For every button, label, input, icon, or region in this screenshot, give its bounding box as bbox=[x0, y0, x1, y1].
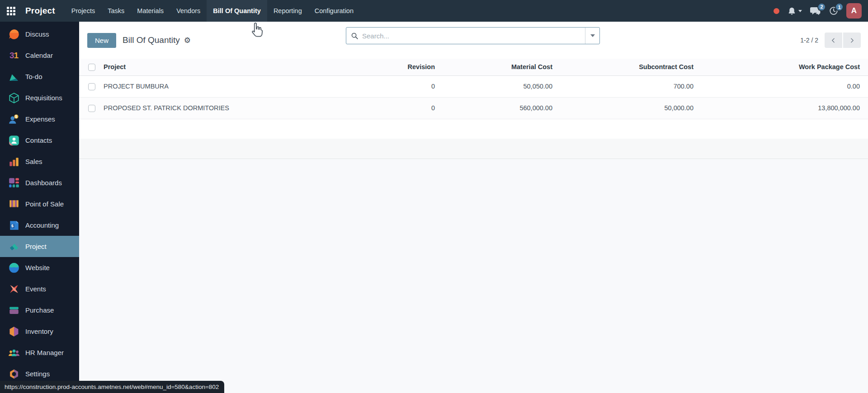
chevron-right-icon bbox=[849, 37, 855, 43]
purchase-icon bbox=[8, 304, 20, 316]
expenses-icon: $ bbox=[8, 113, 20, 125]
sidebar-item-label: Calendar bbox=[25, 51, 53, 59]
sidebar-item-inventory[interactable]: Inventory bbox=[0, 321, 79, 342]
activities-button[interactable]: 1 bbox=[829, 6, 839, 16]
sidebar-item-label: Accounting bbox=[25, 221, 59, 229]
sidebar-item-dashboards[interactable]: Dashboards bbox=[0, 172, 79, 193]
records-table: Project Revision Material Cost Subcontra… bbox=[79, 59, 868, 119]
messages-badge: 2 bbox=[817, 3, 826, 11]
notifications-bell-button[interactable] bbox=[787, 6, 802, 16]
pager-previous-button[interactable] bbox=[825, 33, 842, 48]
column-header-revision[interactable]: Revision bbox=[339, 59, 443, 75]
menu-item-configuration[interactable]: Configuration bbox=[308, 0, 360, 22]
discuss-icon bbox=[8, 28, 20, 40]
hr-manager-icon bbox=[8, 346, 20, 359]
cell-revision: 0 bbox=[339, 97, 443, 119]
table-row[interactable]: PROJECT BUMBURA 0 50,050.00 700.00 0.00 bbox=[79, 75, 868, 97]
sidebar-item-calendar[interactable]: 31 Calendar bbox=[0, 45, 79, 66]
row-checkbox[interactable] bbox=[88, 105, 95, 112]
search-icon bbox=[351, 32, 359, 40]
menu-item-vendors[interactable]: Vendors bbox=[170, 0, 207, 22]
sidebar-item-label: Events bbox=[25, 285, 46, 293]
recording-dot-icon bbox=[774, 8, 779, 14]
activities-badge: 1 bbox=[835, 3, 844, 11]
search-bar bbox=[346, 27, 600, 44]
top-menu: Projects Tasks Materials Vendors Bill Of… bbox=[65, 0, 360, 22]
search-input[interactable] bbox=[362, 32, 585, 40]
pager: 1-2 / 2 bbox=[800, 33, 861, 48]
sidebar-item-label: Requisitions bbox=[25, 94, 62, 102]
sidebar-item-label: Contacts bbox=[25, 136, 52, 144]
search-dropdown-toggle[interactable] bbox=[585, 28, 599, 44]
content-background bbox=[79, 159, 868, 393]
sidebar-item-project[interactable]: Project bbox=[0, 236, 79, 257]
sidebar-item-label: Project bbox=[25, 243, 47, 250]
sales-icon bbox=[8, 155, 20, 168]
select-all-checkbox[interactable] bbox=[88, 64, 95, 71]
sidebar-item-todo[interactable]: To-do bbox=[0, 66, 79, 87]
table-empty-space bbox=[79, 119, 868, 139]
cell-subcontract-cost: 700.00 bbox=[561, 75, 702, 97]
menu-item-bill-of-quantity[interactable]: Bill Of Quantity bbox=[207, 0, 267, 22]
bell-caret-icon bbox=[798, 10, 802, 12]
website-icon bbox=[8, 262, 20, 274]
events-icon bbox=[8, 283, 20, 295]
column-header-material-cost[interactable]: Material Cost bbox=[443, 59, 561, 75]
sidebar-item-purchase[interactable]: Purchase bbox=[0, 299, 79, 321]
column-header-subcontract-cost[interactable]: Subcontract Cost bbox=[561, 59, 702, 75]
apps-sidebar: Discuss 31 Calendar To-do Requisitions $… bbox=[0, 22, 79, 393]
column-header-project[interactable]: Project bbox=[99, 59, 339, 75]
user-avatar[interactable]: A bbox=[846, 3, 862, 19]
sidebar-item-requisitions[interactable]: Requisitions bbox=[0, 87, 79, 108]
top-navbar: Project Projects Tasks Materials Vendors… bbox=[0, 0, 868, 22]
todo-icon bbox=[8, 70, 20, 83]
menu-item-tasks[interactable]: Tasks bbox=[101, 0, 131, 22]
column-header-work-package-cost[interactable]: Work Package Cost bbox=[702, 59, 868, 75]
apps-grid-icon bbox=[7, 7, 15, 15]
apps-menu-button[interactable] bbox=[0, 0, 22, 22]
sidebar-item-discuss[interactable]: Discuss bbox=[0, 23, 79, 45]
page-title: Bill Of Quantity bbox=[123, 35, 180, 45]
cell-work-package-cost: 0.00 bbox=[702, 75, 868, 97]
messages-button[interactable]: 2 bbox=[810, 6, 821, 16]
point-of-sale-icon bbox=[8, 198, 20, 210]
table-row[interactable]: PROPOSED ST. PATRICK DORMITORIES 0 560,0… bbox=[79, 97, 868, 119]
cell-revision: 0 bbox=[339, 75, 443, 97]
chevron-left-icon bbox=[830, 37, 836, 43]
new-button[interactable]: New bbox=[87, 33, 116, 48]
sidebar-item-website[interactable]: Website bbox=[0, 257, 79, 278]
navbar-right: 2 1 A bbox=[774, 0, 868, 22]
menu-item-materials[interactable]: Materials bbox=[131, 0, 170, 22]
table-header-row: Project Revision Material Cost Subcontra… bbox=[79, 59, 868, 75]
main-content: New Bill Of Quantity ⚙ 1-2 / 2 bbox=[79, 22, 868, 393]
inventory-icon bbox=[8, 325, 20, 337]
row-checkbox[interactable] bbox=[88, 83, 95, 90]
requisitions-icon bbox=[8, 92, 20, 104]
link-status-bar: https://construction.prod-accounts.ametn… bbox=[0, 381, 224, 393]
view-settings-gear-icon[interactable]: ⚙ bbox=[184, 36, 191, 45]
sidebar-item-contacts[interactable]: Contacts bbox=[0, 130, 79, 151]
contacts-icon bbox=[8, 134, 20, 146]
sidebar-item-sales[interactable]: Sales bbox=[0, 151, 79, 172]
project-icon bbox=[8, 240, 20, 253]
sidebar-item-label: HR Manager bbox=[25, 349, 64, 356]
sidebar-item-label: Dashboards bbox=[25, 179, 62, 187]
app-brand[interactable]: Project bbox=[22, 0, 65, 22]
sidebar-item-label: Inventory bbox=[25, 328, 53, 335]
pager-next-button[interactable] bbox=[843, 33, 861, 48]
sidebar-item-accounting[interactable]: $ Accounting bbox=[0, 215, 79, 236]
sidebar-item-expenses[interactable]: $ Expenses bbox=[0, 108, 79, 130]
cell-material-cost: 560,000.00 bbox=[443, 97, 561, 119]
chevron-down-icon bbox=[590, 34, 595, 37]
menu-item-projects[interactable]: Projects bbox=[65, 0, 101, 22]
sidebar-item-hr-manager[interactable]: HR Manager bbox=[0, 342, 79, 363]
sidebar-item-events[interactable]: Events bbox=[0, 278, 79, 299]
cell-subcontract-cost: 50,000.00 bbox=[561, 97, 702, 119]
pager-range: 1-2 / 2 bbox=[800, 37, 818, 44]
accounting-icon: $ bbox=[8, 219, 20, 231]
cell-work-package-cost: 13,800,000.00 bbox=[702, 97, 868, 119]
menu-item-reporting[interactable]: Reporting bbox=[267, 0, 308, 22]
table-footer-strip bbox=[79, 139, 868, 159]
calendar-icon: 31 bbox=[8, 49, 20, 61]
sidebar-item-point-of-sale[interactable]: Point of Sale bbox=[0, 193, 79, 215]
